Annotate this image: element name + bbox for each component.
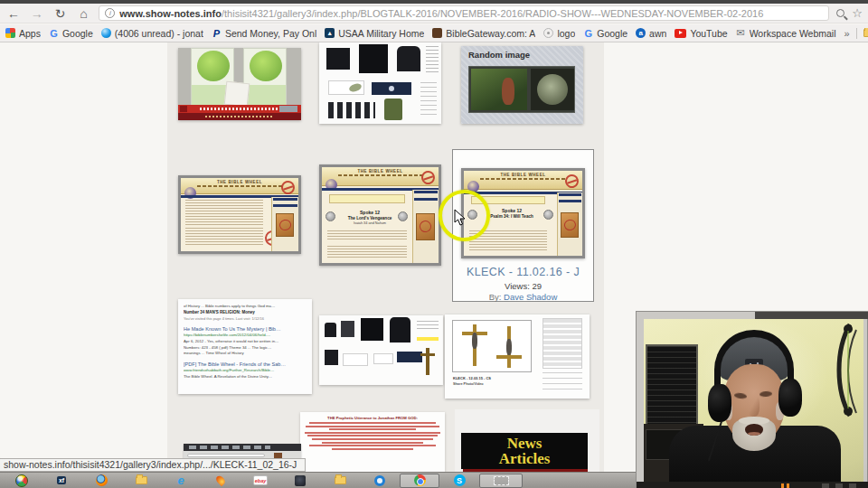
nav-links-row: [480, 178, 565, 180]
taskbar-media-player[interactable]: [360, 474, 400, 488]
webcam-overlay-window: [636, 311, 868, 488]
taskbar-folder2[interactable]: [320, 474, 360, 488]
crucifix-sketch: [426, 348, 429, 375]
bookmark-star-icon[interactable]: ☆: [852, 6, 863, 20]
zoom-icon[interactable]: [836, 9, 844, 17]
back-button[interactable]: ←: [5, 5, 22, 22]
right-eye: [760, 391, 772, 398]
thumbnail-merch-grid[interactable]: [319, 315, 443, 385]
taskbar-skype[interactable]: S: [439, 474, 479, 488]
book-cover: [416, 213, 435, 240]
thumbnail-search-results[interactable]: of History ... Bible numbers apply to th…: [178, 299, 312, 394]
page-info-icon[interactable]: i: [105, 8, 115, 18]
taskbar-ebay[interactable]: ebay: [241, 474, 280, 488]
bookmark-paypal[interactable]: PSend Money, Pay Onl: [212, 28, 316, 39]
navy-card-tile: [397, 352, 422, 362]
thumbnail-bible-wheel-page[interactable]: THE BIBLE WHEEL: [178, 175, 301, 254]
prophecy-text-line: [306, 426, 439, 427]
search-line: Number 34 MAN'S RELIGION: Money: [184, 309, 307, 315]
spoke-verse: Isaiah 34 and Nahum: [340, 221, 400, 225]
sidebar-list: [542, 318, 582, 369]
spoke-heading: Spoke 12 The Lord's Vengeance Isaiah 34 …: [340, 210, 400, 225]
author-link[interactable]: Dave Shadow: [504, 292, 557, 302]
bible-wheel-title: THE BIBLE WHEEL: [464, 173, 582, 177]
views-count: Views: 29: [453, 281, 593, 291]
author-line: By: Dave Shadow: [453, 292, 593, 302]
taskbar-internet-explorer[interactable]: e: [161, 474, 201, 488]
biblegateway-icon: [432, 28, 442, 38]
bookmark-webmail-unread[interactable]: (4006 unread) - jonat: [101, 28, 203, 39]
taskbar-firefox[interactable]: [81, 474, 121, 488]
selected-caption[interactable]: KLECK - 11.02.16 - J: [453, 266, 593, 278]
bookmark-workspace-webmail[interactable]: ✉Workspace Webmail: [736, 28, 836, 39]
notice-box: [329, 194, 405, 203]
tray-icon: [849, 483, 856, 488]
bookmark-awn[interactable]: aawn: [636, 28, 666, 39]
bookmark-logo[interactable]: logo: [543, 28, 575, 39]
apps-grid-icon: [5, 28, 15, 38]
book-cover: [561, 212, 579, 238]
news-ticker-bottom: [178, 113, 301, 120]
navy-card-tile: [372, 82, 411, 95]
taskbar-folder[interactable]: [121, 474, 161, 488]
ticker-text-lines: [205, 116, 274, 117]
other-bookmarks-folder[interactable]: Other bookmarks: [863, 28, 868, 39]
bookmarks-overflow-chevron[interactable]: »: [844, 28, 850, 39]
thumbnail-merch-gallery[interactable]: [319, 42, 441, 124]
sidebar-text-lines: [420, 82, 437, 118]
bookmark-usaa[interactable]: ▲USAA Military Home: [325, 28, 424, 39]
url-path: /thisisit4321/gallery3/index.php/BLOGTAL…: [222, 8, 763, 19]
hoodie-tile: [397, 46, 420, 71]
room-window-blinds: [646, 344, 698, 430]
card-tile: [328, 80, 364, 95]
article-text-lines: [327, 230, 407, 241]
bookmark-google[interactable]: GGoogle: [49, 28, 93, 39]
bookmark-youtube[interactable]: YouTube: [675, 28, 727, 39]
bookmark-google2[interactable]: GGoogle: [583, 28, 627, 39]
webmail-envelope-icon: ✉: [736, 28, 746, 38]
start-button[interactable]: [2, 474, 42, 488]
taskbar-chrome-active[interactable]: [400, 474, 439, 488]
article-text-lines: [185, 228, 263, 246]
prophecy-text-line: [329, 428, 416, 430]
headphone-cable: [708, 421, 722, 461]
prophecy-text-line: [322, 442, 423, 444]
spoke-title: The Lord's Vengeance: [340, 216, 400, 221]
taskbar-dark-app[interactable]: [280, 474, 320, 488]
refresh-button[interactable]: ↻: [52, 5, 69, 22]
card-tile: [373, 353, 393, 364]
thumbnail-news-articles[interactable]: News Articles: [455, 409, 599, 472]
internet-explorer-icon: e: [177, 474, 184, 487]
taskbar-flame-app[interactable]: [201, 474, 241, 488]
taskbar-xfinity[interactable]: xf: [42, 474, 81, 488]
thumbnail-random-image[interactable]: Random image: [461, 46, 583, 124]
news-ticker-top: [178, 105, 301, 113]
mouse-cursor: [454, 209, 466, 226]
home-button[interactable]: ⌂: [75, 5, 91, 22]
bookmarks-bar: Apps GGoogle (4006 unread) - jonat PSend…: [0, 24, 868, 42]
thumbnail-crucifix-photos[interactable]: KLECK - 12.03.15 - CS Share Photo/Video: [445, 314, 590, 399]
xfinity-icon: xf: [57, 476, 66, 484]
bookmark-biblegateway[interactable]: BibleGateway.com: A: [432, 28, 535, 39]
thumbnail-news-packages[interactable]: [178, 48, 301, 120]
white-sachet: [224, 81, 250, 108]
search-result-url: https://biblenumbersforlife.com/2012/04/…: [184, 333, 307, 339]
articles-word: Articles: [499, 451, 551, 466]
emblem-dot: [389, 86, 394, 91]
search-line: meanings ... Time Wheel of History: [184, 351, 307, 356]
random-image-frame: [468, 66, 575, 113]
windows-start-icon: [15, 474, 28, 487]
address-bar[interactable]: i www.show-notes.info/thisisit4321/galle…: [99, 5, 829, 21]
taskbar-snipping-tool-active[interactable]: [479, 474, 523, 488]
black-square-tile: [361, 318, 383, 341]
folder-icon: [335, 476, 346, 484]
green-tshirt-tile: [384, 99, 402, 120]
dark-app-icon: [295, 475, 306, 486]
forward-button[interactable]: →: [29, 5, 45, 22]
thumbnail-bible-wheel-vengeance[interactable]: THE BIBLE WHEEL Spoke 12 The Lord's Veng…: [319, 164, 441, 266]
media-player-icon: [374, 475, 385, 486]
landscape-photo: [471, 69, 527, 110]
thumbnail-prophecy-text[interactable]: THE Prophetic Utterance to Jonathan FROM…: [300, 412, 445, 472]
search-result-link: He Made Known To Us The Mystery | Bib…: [184, 325, 307, 333]
bookmark-apps[interactable]: Apps: [5, 28, 41, 39]
